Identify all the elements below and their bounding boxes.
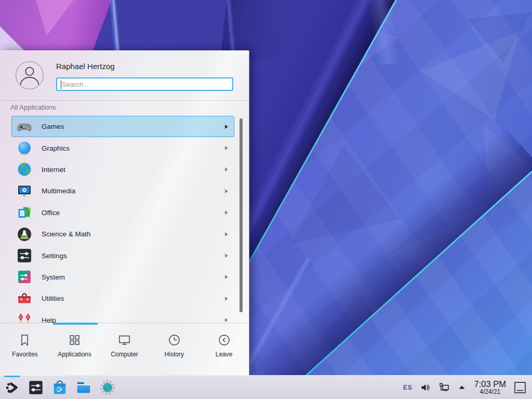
help-icon bbox=[16, 312, 33, 323]
user-avatar-icon bbox=[16, 62, 43, 89]
category-graphics[interactable]: Graphics bbox=[11, 137, 234, 158]
digital-clock[interactable]: 7:03 PM 4/24/21 bbox=[474, 379, 506, 395]
submenu-arrow-icon bbox=[225, 189, 228, 193]
search-field[interactable] bbox=[56, 77, 233, 91]
system-settings-icon bbox=[28, 380, 44, 395]
tab-leave[interactable]: Leave bbox=[199, 323, 249, 375]
submenu-arrow-icon bbox=[225, 232, 228, 236]
application-launcher-menu: Raphael Hertzog All Applications bbox=[0, 50, 249, 375]
globe-icon bbox=[16, 161, 33, 178]
system-sliders-icon bbox=[16, 269, 33, 285]
section-label: All Applications bbox=[10, 103, 56, 111]
submenu-arrow-icon bbox=[225, 125, 228, 129]
tab-label: Leave bbox=[216, 351, 233, 358]
submenu-arrow-icon bbox=[225, 167, 228, 171]
category-science-math[interactable]: Science & Math bbox=[11, 223, 234, 245]
category-games[interactable]: Games bbox=[11, 116, 234, 137]
submenu-arrow-icon bbox=[225, 210, 228, 215]
submenu-arrow-icon bbox=[225, 318, 228, 322]
bookmark-icon bbox=[18, 333, 32, 347]
network-icon bbox=[438, 382, 450, 393]
network-button[interactable] bbox=[438, 382, 450, 393]
launcher-tab-bar: Favorites Applications Computer bbox=[0, 323, 249, 375]
category-label: Office bbox=[42, 209, 60, 217]
user-avatar[interactable] bbox=[16, 61, 44, 89]
leave-circle-icon bbox=[217, 333, 231, 347]
category-system[interactable]: System bbox=[11, 267, 234, 288]
launcher-header: Raphael Hertzog bbox=[0, 51, 249, 101]
multimedia-monitor-icon bbox=[16, 183, 33, 200]
history-clock-icon bbox=[167, 333, 181, 347]
category-office[interactable]: Office bbox=[11, 202, 234, 223]
task-manager bbox=[4, 380, 115, 395]
submenu-arrow-icon bbox=[225, 275, 228, 279]
keyboard-layout-indicator[interactable]: ES bbox=[403, 384, 413, 391]
submenu-arrow-icon bbox=[225, 254, 228, 258]
discover-bag-icon bbox=[52, 380, 68, 395]
submenu-arrow-icon bbox=[225, 146, 228, 150]
user-name: Raphael Hertzog bbox=[56, 62, 115, 71]
kickoff-launcher-icon bbox=[4, 380, 20, 395]
dolphin-button[interactable] bbox=[76, 380, 91, 395]
tab-computer[interactable]: Computer bbox=[100, 323, 150, 375]
taskbar-panel: ES bbox=[0, 375, 532, 399]
globe-gear-icon bbox=[100, 380, 115, 395]
category-label: Internet bbox=[42, 166, 65, 174]
wallpaper-band-magenta bbox=[0, 0, 112, 51]
active-tab-indicator bbox=[53, 323, 98, 325]
tab-applications[interactable]: Applications bbox=[50, 323, 100, 375]
volume-button[interactable] bbox=[420, 382, 431, 393]
computer-monitor-icon bbox=[117, 333, 131, 347]
category-label: Help bbox=[42, 316, 56, 323]
category-label: Science & Math bbox=[42, 230, 91, 238]
clock-date: 4/24/21 bbox=[474, 389, 506, 395]
scrollbar-track[interactable] bbox=[240, 118, 243, 312]
gamepad-icon bbox=[16, 118, 33, 135]
category-label: Utilities bbox=[42, 295, 64, 302]
science-flask-icon bbox=[16, 226, 33, 243]
clock-time: 7:03 PM bbox=[474, 379, 506, 389]
category-internet[interactable]: Internet bbox=[11, 159, 234, 180]
show-desktop-button[interactable] bbox=[513, 380, 527, 395]
graphics-sphere-icon bbox=[16, 140, 33, 156]
active-task-indicator bbox=[4, 376, 20, 377]
category-list: Games Graphics bbox=[0, 116, 249, 323]
category-label: System bbox=[42, 273, 65, 281]
discover-button[interactable] bbox=[52, 380, 68, 395]
tab-history[interactable]: History bbox=[149, 323, 199, 375]
volume-icon bbox=[420, 382, 431, 393]
expand-tray-arrow-icon bbox=[458, 383, 466, 392]
web-globe-button[interactable] bbox=[100, 380, 115, 395]
category-label: Graphics bbox=[42, 144, 70, 152]
category-utilities[interactable]: Utilities bbox=[11, 288, 234, 309]
category-settings[interactable]: Settings bbox=[11, 245, 234, 266]
category-label: Settings bbox=[42, 252, 67, 260]
desktop: Raphael Hertzog All Applications bbox=[0, 0, 532, 399]
text-caret bbox=[61, 81, 61, 89]
launcher-button[interactable] bbox=[4, 380, 20, 395]
system-tray: ES bbox=[403, 382, 466, 393]
category-help[interactable]: Help bbox=[11, 310, 234, 323]
tab-favorites[interactable]: Favorites bbox=[0, 323, 50, 375]
category-label: Games bbox=[42, 123, 64, 130]
settings-sliders-icon bbox=[16, 247, 33, 264]
tab-label: Applications bbox=[58, 351, 91, 358]
tab-label: History bbox=[165, 351, 184, 358]
dolphin-folder-icon bbox=[76, 380, 91, 395]
category-multimedia[interactable]: Multimedia bbox=[11, 180, 234, 202]
tab-label: Favorites bbox=[12, 351, 37, 358]
category-label: Multimedia bbox=[42, 187, 75, 195]
utilities-toolbox-icon bbox=[16, 290, 33, 307]
show-desktop-icon bbox=[514, 381, 526, 394]
search-input[interactable] bbox=[57, 78, 232, 90]
tab-label: Computer bbox=[111, 351, 138, 358]
app-grid-icon bbox=[68, 333, 82, 347]
expand-tray-button[interactable] bbox=[458, 383, 466, 392]
submenu-arrow-icon bbox=[225, 297, 228, 301]
scrollbar-thumb[interactable] bbox=[240, 118, 243, 312]
office-documents-icon bbox=[16, 204, 33, 221]
system-settings-button[interactable] bbox=[28, 380, 44, 395]
